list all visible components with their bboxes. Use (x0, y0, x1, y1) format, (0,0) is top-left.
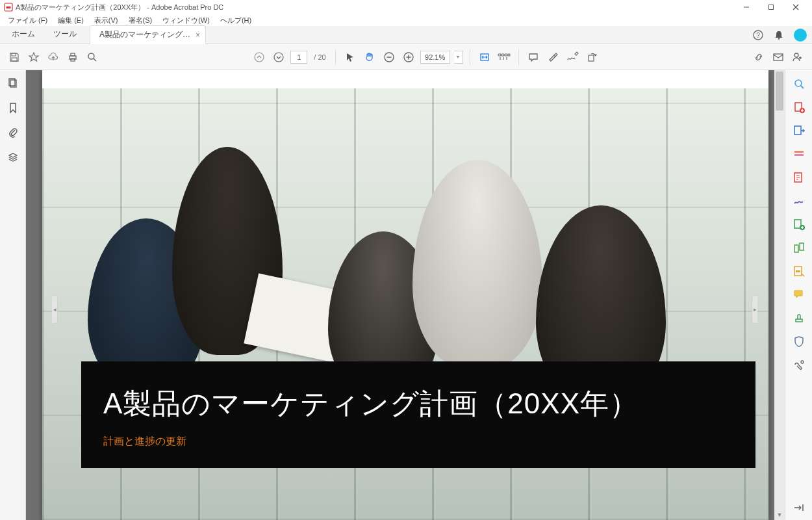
menu-window[interactable]: ウィンドウ(W) (157, 16, 215, 25)
rotate-icon[interactable] (584, 49, 600, 65)
more-tools-icon[interactable] (792, 358, 806, 372)
print-icon[interactable] (65, 49, 81, 65)
window-minimize-button[interactable] (734, 0, 759, 14)
tab-tools[interactable]: ツール (44, 25, 86, 44)
expand-rail-icon[interactable] (792, 500, 806, 515)
svg-rect-10 (12, 58, 17, 61)
toolbar-separator (518, 49, 519, 65)
share-people-icon[interactable] (790, 49, 806, 65)
help-icon[interactable]: ? (752, 29, 764, 41)
bookmark-icon[interactable] (6, 101, 19, 114)
menu-edit[interactable]: 編集 (E) (53, 16, 89, 25)
svg-point-48 (801, 361, 804, 363)
slide-title-block: A製品のマーケティング計画（20XX年） 計画と進捗の更新 (81, 361, 755, 468)
svg-rect-47 (796, 319, 802, 322)
menu-file[interactable]: ファイル (F) (3, 16, 53, 25)
thumbnails-icon[interactable] (6, 77, 19, 90)
tab-document[interactable]: A製品のマーケティング… × (90, 25, 206, 44)
svg-text:?: ? (756, 31, 760, 38)
page-up-icon[interactable] (251, 49, 267, 65)
svg-rect-29 (774, 54, 783, 60)
user-avatar[interactable] (794, 29, 807, 42)
toolbar-separator (335, 49, 336, 65)
comment-icon[interactable] (526, 49, 541, 65)
notifications-icon[interactable] (773, 29, 785, 41)
search-tool-icon[interactable] (792, 77, 806, 91)
toolbar-separator (470, 49, 470, 65)
tab-document-label: A製品のマーケティング… (99, 29, 190, 40)
svg-rect-24 (498, 54, 501, 56)
svg-point-30 (794, 53, 798, 57)
page-number-input[interactable] (290, 51, 307, 64)
svg-point-16 (255, 53, 264, 62)
slide-background-photo: A製品のマーケティング計画（20XX年） 計画と進捗の更新 (42, 88, 768, 520)
svg-point-33 (795, 80, 802, 86)
svg-line-15 (94, 58, 96, 61)
zoom-dropdown-icon[interactable]: ▾ (454, 51, 463, 64)
left-rail-toggle[interactable]: ◂ (52, 295, 58, 324)
search-icon[interactable] (84, 49, 100, 65)
compress-icon[interactable] (792, 240, 806, 255)
window-maximize-button[interactable] (759, 0, 783, 14)
page-down-icon[interactable] (271, 49, 286, 65)
create-pdf-icon[interactable] (792, 100, 806, 114)
svg-point-8 (778, 38, 780, 40)
right-rail-toggle[interactable]: ▸ (752, 295, 757, 324)
email-icon[interactable] (770, 49, 786, 65)
layers-icon[interactable] (6, 151, 19, 164)
menubar: ファイル (F) 編集 (E) 表示(V) 署名(S) ウィンドウ(W) ヘルプ… (0, 14, 812, 26)
window-close-button[interactable] (783, 0, 808, 14)
window-titlebar: A製品のマーケティング計画（20XX年） - Adobe Acrobat Pro… (0, 0, 812, 14)
tab-home[interactable]: ホーム (3, 25, 44, 44)
svg-rect-37 (794, 126, 801, 135)
stamp-icon[interactable] (792, 311, 806, 325)
sign-icon[interactable] (565, 49, 580, 65)
scrollbar-thumb[interactable] (776, 72, 783, 110)
toolbar: / 20 ▾ (0, 44, 812, 70)
menu-help[interactable]: ヘルプ(H) (215, 16, 257, 25)
page-total-label: / 20 (314, 53, 325, 61)
save-icon[interactable] (6, 49, 22, 65)
read-mode-icon[interactable] (496, 49, 512, 65)
content-area: A製品のマーケティング計画（20XX年） 計画と進捗の更新 ▲ ▼ ◂ ▸ (0, 70, 812, 520)
left-rail (0, 70, 26, 520)
right-rail (785, 70, 812, 520)
highlight-icon[interactable] (545, 49, 561, 65)
zoom-level-input[interactable] (420, 51, 450, 64)
hand-tool-icon[interactable] (362, 49, 377, 65)
organize-pages-icon[interactable] (792, 217, 806, 231)
svg-rect-46 (796, 270, 800, 272)
edit-pdf-icon[interactable] (792, 147, 806, 161)
vertical-scrollbar[interactable]: ▲ ▼ (774, 70, 785, 520)
svg-point-17 (274, 53, 283, 62)
svg-rect-12 (71, 53, 75, 56)
svg-rect-27 (508, 54, 510, 56)
menu-view[interactable]: 表示(V) (89, 16, 123, 25)
redact-icon[interactable] (792, 264, 806, 278)
svg-rect-25 (501, 54, 504, 56)
svg-rect-39 (794, 154, 804, 156)
cloud-upload-icon[interactable] (45, 49, 61, 65)
export-pdf-icon[interactable] (792, 124, 806, 138)
slide-title: A製品のマーケティング計画（20XX年） (103, 385, 733, 423)
star-icon[interactable] (26, 49, 42, 65)
tab-close-icon[interactable]: × (196, 31, 200, 40)
protect-icon[interactable] (792, 334, 806, 348)
share-link-icon[interactable] (751, 49, 767, 65)
slide-subtitle: 計画と進捗の更新 (103, 435, 733, 448)
attachments-icon[interactable] (6, 126, 19, 139)
comment-tool-icon[interactable] (792, 170, 806, 185)
svg-rect-3 (769, 5, 774, 10)
zoom-out-icon[interactable] (381, 49, 397, 65)
fit-width-icon[interactable] (477, 49, 492, 65)
fill-sign-icon[interactable] (792, 194, 806, 208)
scroll-down-arrow-icon[interactable]: ▼ (774, 510, 785, 520)
send-comments-icon[interactable] (792, 287, 806, 302)
svg-rect-43 (794, 245, 798, 252)
selection-arrow-icon[interactable] (342, 49, 358, 65)
zoom-in-icon[interactable] (401, 49, 416, 65)
svg-rect-13 (71, 58, 75, 61)
document-viewport[interactable]: A製品のマーケティング計画（20XX年） 計画と進捗の更新 ▲ ▼ ◂ ▸ (26, 70, 785, 520)
menu-sign[interactable]: 署名(S) (123, 16, 158, 25)
svg-rect-44 (800, 243, 804, 250)
